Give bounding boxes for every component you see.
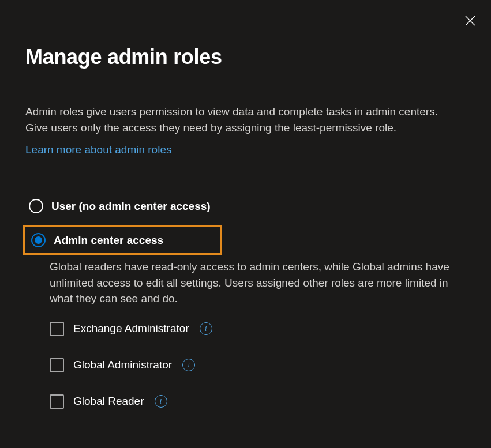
info-icon[interactable]: i <box>200 322 212 335</box>
radio-button-unselected[interactable] <box>29 199 43 213</box>
radio-label-no-admin: User (no admin center access) <box>51 200 211 213</box>
role-row-exchange: Exchange Administrator i <box>50 322 466 336</box>
info-icon[interactable]: i <box>182 359 195 371</box>
radio-option-admin-center[interactable]: Admin center access <box>29 233 216 247</box>
checkbox-global-admin[interactable] <box>50 358 64 372</box>
role-row-global-reader: Global Reader i <box>50 394 466 409</box>
role-row-global-admin: Global Administrator i <box>50 358 466 372</box>
dialog-description: Admin roles give users permission to vie… <box>25 104 458 135</box>
close-icon <box>465 16 475 26</box>
checkbox-global-reader[interactable] <box>50 394 64 409</box>
page-title: Manage admin roles <box>25 45 466 69</box>
highlight-box: Admin center access <box>23 225 222 255</box>
info-icon[interactable]: i <box>155 395 167 408</box>
checkbox-exchange[interactable] <box>50 322 64 336</box>
role-label-exchange[interactable]: Exchange Administrator <box>73 322 189 335</box>
dialog-content: Manage admin roles Admin roles give user… <box>0 0 491 409</box>
admin-center-description: Global readers have read-only access to … <box>50 259 465 307</box>
radio-button-selected[interactable] <box>31 233 46 247</box>
role-label-global-reader[interactable]: Global Reader <box>73 395 144 408</box>
close-button[interactable] <box>461 12 479 30</box>
radio-inner-dot <box>35 236 42 244</box>
radio-label-admin-center: Admin center access <box>54 234 163 247</box>
role-label-global-admin[interactable]: Global Administrator <box>73 359 172 371</box>
radio-option-no-admin[interactable]: User (no admin center access) <box>25 197 466 216</box>
admin-center-sub-content: Global readers have read-only access to … <box>25 259 466 409</box>
learn-more-link[interactable]: Learn more about admin roles <box>25 144 171 156</box>
